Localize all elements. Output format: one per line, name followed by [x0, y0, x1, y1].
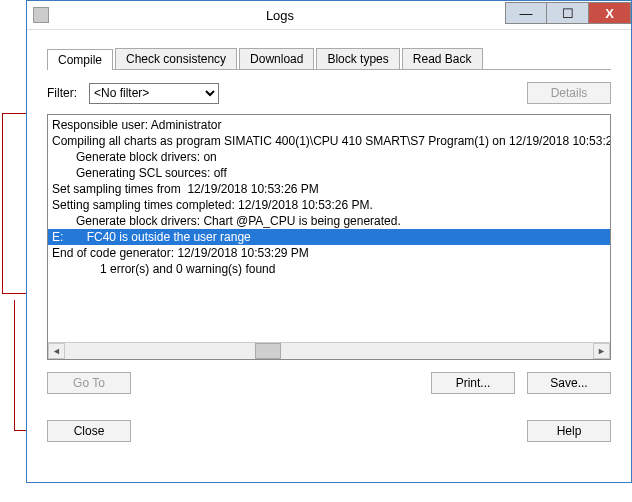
scroll-thumb[interactable] [255, 343, 281, 359]
maximize-button[interactable]: ☐ [547, 2, 589, 24]
log-content: Responsible user: Administrator Compilin… [48, 115, 610, 342]
titlebar: Logs — ☐ X [27, 1, 631, 30]
tab-check-consistency[interactable]: Check consistency [115, 48, 237, 69]
bg-line [2, 113, 26, 114]
logs-window: Logs — ☐ X Compile Check consistency Dow… [26, 0, 632, 483]
bg-line [14, 430, 26, 431]
close-window-button[interactable]: X [589, 2, 631, 24]
log-line[interactable]: Responsible user: Administrator [48, 117, 610, 133]
bg-line [2, 113, 3, 293]
scroll-left-icon[interactable]: ◄ [48, 343, 65, 359]
filter-row: Filter: <No filter> Details [47, 82, 611, 104]
goto-button[interactable]: Go To [47, 372, 131, 394]
scroll-track[interactable] [65, 343, 593, 359]
log-line[interactable]: Set sampling times from 12/19/2018 10:53… [48, 181, 610, 197]
close-button[interactable]: Close [47, 420, 131, 442]
details-button[interactable]: Details [527, 82, 611, 104]
window-title: Logs [55, 8, 505, 23]
log-line[interactable]: Compiling all charts as program SIMATIC … [48, 133, 610, 149]
filter-select[interactable]: <No filter> [89, 83, 219, 104]
log-listbox[interactable]: Responsible user: Administrator Compilin… [47, 114, 611, 360]
tab-read-back[interactable]: Read Back [402, 48, 483, 69]
system-menu-icon[interactable] [33, 7, 49, 23]
print-button[interactable]: Print... [431, 372, 515, 394]
bg-line [14, 300, 15, 430]
tabs: Compile Check consistency Download Block… [47, 48, 611, 70]
help-button[interactable]: Help [527, 420, 611, 442]
horizontal-scrollbar[interactable]: ◄ ► [48, 342, 610, 359]
log-line[interactable]: Setting sampling times completed: 12/19/… [48, 197, 610, 213]
minimize-button[interactable]: — [505, 2, 547, 24]
log-line-selected[interactable]: E: FC40 is outside the user range [48, 229, 610, 245]
bg-line [2, 293, 26, 294]
log-line[interactable]: Generate block drivers: Chart @PA_CPU is… [48, 213, 610, 229]
log-line[interactable]: 1 error(s) and 0 warning(s) found [48, 261, 610, 277]
tab-block-types[interactable]: Block types [316, 48, 399, 69]
client-area: Compile Check consistency Download Block… [27, 30, 631, 454]
action-row: Go To Print... Save... [47, 372, 611, 394]
save-button[interactable]: Save... [527, 372, 611, 394]
log-line[interactable]: End of code generator: 12/19/2018 10:53:… [48, 245, 610, 261]
log-line[interactable]: Generating SCL sources: off [48, 165, 610, 181]
window-controls: — ☐ X [505, 2, 631, 24]
footer-row: Close Help [47, 420, 611, 442]
scroll-right-icon[interactable]: ► [593, 343, 610, 359]
log-line[interactable]: Generate block drivers: on [48, 149, 610, 165]
filter-label: Filter: [47, 86, 77, 100]
tab-download[interactable]: Download [239, 48, 314, 69]
tab-compile[interactable]: Compile [47, 49, 113, 70]
